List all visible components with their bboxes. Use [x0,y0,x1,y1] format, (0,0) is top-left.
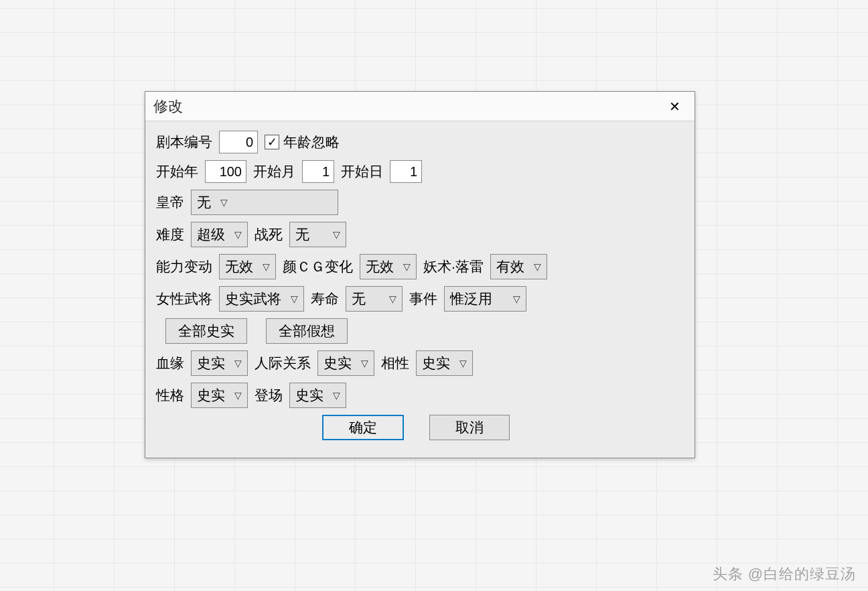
lifespan-combo[interactable]: 无 ▽ [346,286,403,312]
chevron-down-icon: ▽ [234,358,242,369]
ignore-age-checkbox[interactable]: ✓ 年龄忽略 [265,133,340,151]
chevron-down-icon: ▽ [220,197,228,208]
female-officer-label: 女性武将 [156,289,212,308]
ability-change-label: 能力变动 [156,257,212,276]
chevron-down-icon: ▽ [534,261,541,272]
chevron-down-icon: ▽ [234,229,242,240]
relationship-label: 人际关系 [255,354,311,373]
lifespan-label: 寿命 [311,289,339,308]
chevron-down-icon: ▽ [513,293,520,304]
dialog-title: 修改 [153,96,183,117]
start-month-label: 开始月 [253,162,295,181]
start-year-label: 开始年 [156,162,198,181]
chevron-down-icon: ▽ [291,293,298,304]
dialog-body: 剧本编号 ✓ 年龄忽略 开始年 开始月 开始日 皇帝 无 ▽ 难度 [145,121,695,450]
face-cg-combo[interactable]: 无效 ▽ [360,254,417,279]
bloodline-label: 血缘 [156,354,184,373]
emperor-combo[interactable]: 无 ▽ [191,190,338,215]
watermark: 头条 @白给的绿豆汤 [713,564,856,584]
emperor-label: 皇帝 [156,193,184,212]
face-cg-label: 颜ＣＧ变化 [283,257,353,276]
scenario-id-input[interactable] [219,131,258,153]
ability-change-combo[interactable]: 无效 ▽ [219,254,276,279]
chevron-down-icon: ▽ [263,261,270,272]
start-day-label: 开始日 [341,162,383,181]
personality-combo[interactable]: 史实 ▽ [191,383,248,408]
compatibility-label: 相性 [381,354,409,373]
scenario-id-label: 剧本编号 [156,133,212,151]
appearance-label: 登场 [255,386,283,405]
sorcery-combo[interactable]: 有效 ▽ [490,254,547,279]
battle-death-combo[interactable]: 无 ▽ [289,222,346,247]
ignore-age-label: 年龄忽略 [283,133,340,151]
chevron-down-icon: ▽ [361,358,368,369]
relationship-combo[interactable]: 史实 ▽ [317,350,374,376]
bloodline-combo[interactable]: 史实 ▽ [191,350,248,376]
chevron-down-icon: ▽ [403,261,411,272]
cancel-button[interactable]: 取消 [429,415,510,440]
all-fictional-button[interactable]: 全部假想 [266,318,348,344]
start-month-input[interactable] [302,160,334,183]
chevron-down-icon: ▽ [333,390,340,401]
chevron-down-icon: ▽ [333,229,340,240]
checkbox-icon: ✓ [265,135,279,149]
event-label: 事件 [409,289,437,308]
compatibility-combo[interactable]: 史实 ▽ [416,350,473,376]
personality-label: 性格 [156,386,184,405]
all-historical-button[interactable]: 全部史实 [165,318,247,344]
difficulty-label: 难度 [156,225,184,244]
female-officer-combo[interactable]: 史实武将 ▽ [219,286,304,312]
chevron-down-icon: ▽ [389,293,396,304]
difficulty-combo[interactable]: 超级 ▽ [191,222,248,247]
battle-death-label: 战死 [255,225,283,244]
chevron-down-icon: ▽ [459,358,467,369]
close-icon[interactable]: ✕ [660,94,689,119]
start-day-input[interactable] [390,160,422,183]
sorcery-label: 妖术·落雷 [423,257,484,276]
event-combo[interactable]: 惟泛用 ▽ [444,286,526,312]
chevron-down-icon: ▽ [234,390,242,401]
appearance-combo[interactable]: 史实 ▽ [289,383,346,408]
start-year-input[interactable] [205,160,246,183]
edit-dialog: 修改 ✕ 剧本编号 ✓ 年龄忽略 开始年 开始月 开始日 皇帝 无 ▽ [145,91,695,458]
titlebar: 修改 ✕ [145,92,695,121]
ok-button[interactable]: 确定 [322,415,404,440]
